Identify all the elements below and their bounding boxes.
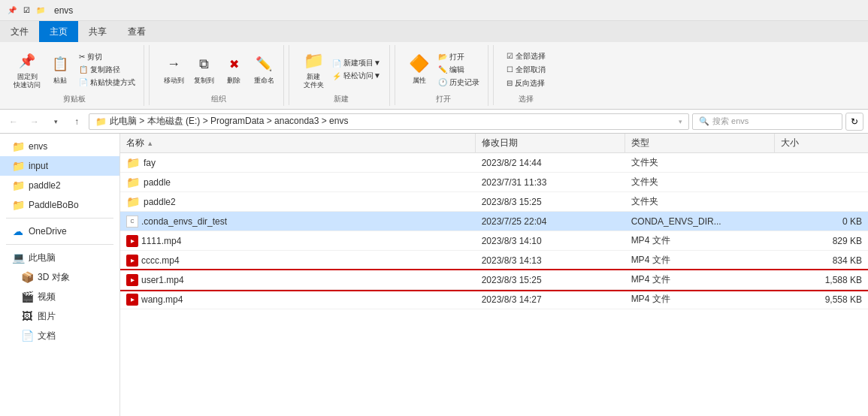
file-name-cell: ▶wang.mp4 <box>126 294 470 306</box>
new-item-label: 新建项目▼ <box>343 58 381 68</box>
move-to-button[interactable]: → 移动到 <box>160 52 187 87</box>
copy-to-button[interactable]: ⧉ 复制到 <box>190 52 217 87</box>
table-row[interactable]: 📁paddle22023/8/3 15:25文件夹 <box>120 192 868 212</box>
up-button[interactable]: ↑ <box>68 113 86 131</box>
sidebar-item-3dobjects[interactable]: 📦 3D 对象 <box>0 267 119 287</box>
sidebar-label-envs: envs <box>29 141 47 152</box>
address-bar: ← → ▾ ↑ 📁 此电脑 > 本地磁盘 (E:) > ProgramData … <box>0 110 868 134</box>
window-title: envs <box>54 5 73 16</box>
open-buttons: 🔶 属性 📂 打开 ✏️ 编辑 🕐 历史记录 <box>406 45 482 94</box>
new-item-button[interactable]: 📄 新建项目▼ <box>330 57 383 69</box>
col-header-size[interactable]: 大小 <box>775 134 868 153</box>
file-type: MP4 文件 <box>625 231 775 251</box>
file-name-cell: 📁fay <box>126 156 470 170</box>
tab-file[interactable]: 文件 <box>0 21 39 42</box>
ribbon-tabs: 文件 主页 共享 查看 <box>0 21 868 42</box>
clipboard-buttons: 📌 固定到快速访问 📋 粘贴 ✂ 剪切 📋 复制路径 📄 粘贴快捷方式 <box>11 45 138 94</box>
edit-label: 编辑 <box>449 65 464 75</box>
file-table: 名称 ▲ 修改日期 类型 大小 📁fay2023/8/2 14:44文件夹📁pa… <box>120 134 868 309</box>
select-none-icon: ☐ <box>507 65 513 74</box>
sidebar-item-envs[interactable]: 📁 envs <box>0 137 119 156</box>
file-date: 2023/8/3 14:10 <box>476 231 625 251</box>
file-date: 2023/7/25 22:04 <box>476 212 625 231</box>
file-size: 1,588 KB <box>775 270 868 290</box>
tab-home[interactable]: 主页 <box>39 21 78 42</box>
table-row[interactable]: ▶1111.mp42023/8/3 14:10MP4 文件829 KB <box>120 231 868 251</box>
path-dropdown[interactable]: ▾ <box>679 118 682 125</box>
checkbox-icon[interactable]: ☑ <box>20 5 32 17</box>
paste-button[interactable]: 📋 粘贴 <box>47 52 74 87</box>
new-folder-button[interactable]: 📁 新建文件夹 <box>300 49 327 91</box>
folder-icon: 📁 <box>126 156 141 170</box>
folder-icon: 📁 <box>126 176 141 189</box>
tab-share[interactable]: 共享 <box>78 21 117 42</box>
mp4-icon: ▶ <box>126 294 138 306</box>
select-all-label: 全部选择 <box>516 51 546 62</box>
sidebar-label-paddle2: paddle2 <box>29 180 61 191</box>
col-header-date[interactable]: 修改日期 <box>476 134 625 153</box>
pin-label: 固定到快速访问 <box>14 73 41 89</box>
edit-button[interactable]: ✏️ 编辑 <box>436 64 467 76</box>
pictures-icon: 🖼 <box>21 310 33 322</box>
sidebar-item-paddlebobo[interactable]: 📁 PaddleBoBo <box>0 195 119 215</box>
delete-button[interactable]: ✖ 删除 <box>220 52 247 87</box>
sort-arrow: ▲ <box>147 140 153 147</box>
copy-to-icon: ⧉ <box>193 53 214 74</box>
history-button[interactable]: 🕐 历史记录 <box>436 77 482 89</box>
invert-select-button[interactable]: ⊟ 反向选择 <box>504 77 547 89</box>
col-header-name[interactable]: 名称 ▲ <box>120 134 476 153</box>
address-path[interactable]: 📁 此电脑 > 本地磁盘 (E:) > ProgramData > anacon… <box>89 113 689 130</box>
paste-shortcut-button[interactable]: 📄 粘贴快捷方式 <box>77 77 138 89</box>
clipboard-label: 剪贴板 <box>63 94 86 106</box>
sidebar-item-paddle2[interactable]: 📁 paddle2 <box>0 176 119 195</box>
easy-access-button[interactable]: ⚡ 轻松访问▼ <box>330 70 383 82</box>
cut-button[interactable]: ✂ 剪切 <box>77 51 104 63</box>
table-row[interactable]: ▶user1.mp42023/8/3 15:25MP4 文件1,588 KB <box>120 270 868 290</box>
select-none-button[interactable]: ☐ 全部取消 <box>504 64 548 76</box>
table-row[interactable]: ▶wang.mp42023/8/3 14:27MP4 文件9,558 KB <box>120 290 868 309</box>
rename-button[interactable]: ✏️ 重命名 <box>250 52 277 87</box>
col-header-type[interactable]: 类型 <box>625 134 775 153</box>
title-bar-icons: 📌 ☑ 📁 <box>6 5 47 17</box>
table-row[interactable]: 📁paddle2023/7/31 11:33文件夹 <box>120 173 868 192</box>
forward-button[interactable]: → <box>26 113 44 131</box>
file-name-cell: ▶cccc.mp4 <box>126 255 470 267</box>
sidebar-item-thispc[interactable]: 💻 此电脑 <box>0 248 119 267</box>
back-button[interactable]: ← <box>5 113 23 131</box>
file-date: 2023/8/2 14:44 <box>476 153 625 173</box>
table-row[interactable]: ▶cccc.mp42023/8/3 14:13MP4 文件834 KB <box>120 251 868 270</box>
search-box[interactable]: 🔍 搜索 envs <box>692 113 842 130</box>
copy-path-button[interactable]: 📋 复制路径 <box>77 64 122 76</box>
refresh-button[interactable]: ↻ <box>845 113 863 131</box>
select-all-button[interactable]: ☑ 全部选择 <box>504 50 548 62</box>
new-buttons: 📁 新建文件夹 📄 新建项目▼ ⚡ 轻松访问▼ <box>300 45 383 94</box>
select-label: 选择 <box>519 94 534 106</box>
divider-1 <box>149 45 150 105</box>
file-size: 834 KB <box>775 251 868 270</box>
move-icon: → <box>163 53 184 74</box>
ribbon-group-select: ☑ 全部选择 ☐ 全部取消 ⊟ 反向选择 选择 <box>498 45 554 106</box>
sidebar-item-onedrive[interactable]: ☁ OneDrive <box>0 222 119 241</box>
path-text: 此电脑 > 本地磁盘 (E:) > ProgramData > anaconda… <box>110 115 348 128</box>
pin-icon[interactable]: 📌 <box>6 5 18 17</box>
recent-button[interactable]: ▾ <box>47 113 65 131</box>
table-row[interactable]: 📁fay2023/8/2 14:44文件夹 <box>120 153 868 173</box>
tab-view[interactable]: 查看 <box>117 21 156 42</box>
table-header: 名称 ▲ 修改日期 类型 大小 <box>120 134 868 153</box>
file-name: cccc.mp4 <box>141 255 180 266</box>
table-row[interactable]: C.conda_envs_dir_test2023/7/25 22:04COND… <box>120 212 868 231</box>
mp4-icon: ▶ <box>126 274 138 286</box>
file-type: CONDA_ENVS_DIR... <box>625 212 775 231</box>
sidebar-item-videos[interactable]: 🎬 视频 <box>0 287 119 306</box>
sidebar-item-pictures[interactable]: 🖼 图片 <box>0 306 119 326</box>
copy-path-icon: 📋 <box>79 65 88 74</box>
file-type: MP4 文件 <box>625 251 775 270</box>
history-icon: 🕐 <box>438 78 447 86</box>
properties-button[interactable]: 🔶 属性 <box>406 52 433 87</box>
sidebar-item-input[interactable]: 📁 input <box>0 156 119 176</box>
organize-label: 组织 <box>211 94 226 106</box>
history-label: 历史记录 <box>449 77 479 88</box>
sidebar-item-documents[interactable]: 📄 文档 <box>0 326 119 345</box>
pin-button[interactable]: 📌 固定到快速访问 <box>11 49 44 91</box>
open-button[interactable]: 📂 打开 <box>436 51 467 63</box>
